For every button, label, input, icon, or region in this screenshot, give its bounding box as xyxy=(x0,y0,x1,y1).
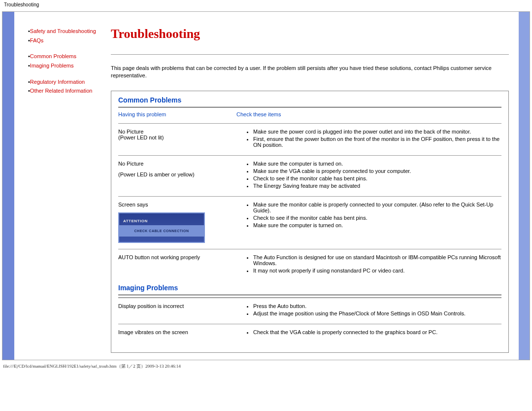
intro-text: This page deals with problems that can b… xyxy=(111,65,509,80)
common-problems-box: Common Problems Having this problem Chec… xyxy=(111,91,509,353)
sidebar-item-imaging[interactable]: •Imaging Problems xyxy=(28,61,107,70)
col-header-checks: Check these items xyxy=(236,111,501,117)
check-item: Press the Auto button. xyxy=(253,303,501,309)
check-item: Check to see if the monitor cable has be… xyxy=(253,215,501,221)
checks-cell: Make sure the computer is turned on. Mak… xyxy=(236,161,501,190)
sidebar-group-2: •Common Problems •Imaging Problems xyxy=(28,52,107,70)
check-item: Check that the VGA cable is properly con… xyxy=(253,329,501,335)
col-header-problem: Having this problem xyxy=(118,111,236,117)
sidebar-item-faqs[interactable]: •FAQs xyxy=(28,36,107,45)
checks-cell: The Auto Function is designed for use on… xyxy=(236,254,501,275)
main-content: Troubleshooting This page deals with pro… xyxy=(111,27,519,360)
sidebar-item-regulatory[interactable]: •Regulatory Information xyxy=(28,77,107,87)
sidebar-group-1: •Safety and Troubleshooting •FAQs xyxy=(28,27,107,45)
attention-label: ATTENTION xyxy=(119,219,204,225)
common-rule xyxy=(118,107,501,107)
check-item: First, ensure that the power button on t… xyxy=(253,136,501,148)
sidebar-item-common[interactable]: •Common Problems xyxy=(28,52,107,61)
common-heading: Common Problems xyxy=(118,96,501,104)
table-row: No Picture (Power LED is amber or yellow… xyxy=(118,155,501,196)
spacer xyxy=(118,167,236,171)
checks-cell: Make sure the power cord is plugged into… xyxy=(236,129,501,149)
table-header-row: Having this problem Check these items xyxy=(118,109,501,123)
imaging-heading: Imaging Problems xyxy=(118,284,501,292)
problem-cell: Display position is incorrect xyxy=(118,303,236,318)
problem-cell: No Picture (Power LED is amber or yellow… xyxy=(118,161,236,190)
check-item: Make sure the computer is turned on. xyxy=(253,222,501,228)
table-row: No Picture (Power LED not lit) Make sure… xyxy=(118,123,501,155)
sidebar-item-other[interactable]: •Other Related Information xyxy=(28,86,107,96)
check-item: Make sure the monitor cable is properly … xyxy=(253,202,501,213)
problem-cell: Image vibrates on the screen xyxy=(118,329,236,337)
table-row: Image vibrates on the screen Check that … xyxy=(118,324,501,342)
problem-line: AUTO button not working properly xyxy=(118,254,236,260)
check-item: It may not work properly if using nonsta… xyxy=(253,268,501,274)
check-item: Check to see if the monitor cable has be… xyxy=(253,175,501,181)
check-item: Adjust the image position using the Phas… xyxy=(253,310,501,316)
problem-line: Image vibrates on the screen xyxy=(118,329,236,335)
sidebar-item-safety[interactable]: •Safety and Troubleshooting xyxy=(28,27,107,36)
checks-cell: Press the Auto button. Adjust the image … xyxy=(236,303,501,318)
table-row: Display position is incorrect Press the … xyxy=(118,298,501,324)
content-area: •Safety and Troubleshooting •FAQs •Commo… xyxy=(14,12,519,360)
browser-tab-title: Troubleshooting xyxy=(0,0,532,9)
title-rule xyxy=(111,54,509,55)
problem-cell: AUTO button not working properly xyxy=(118,254,236,275)
sidebar-nav: •Safety and Troubleshooting •FAQs •Commo… xyxy=(28,27,111,360)
table-row: AUTO button not working properly The Aut… xyxy=(118,249,501,281)
imaging-rule xyxy=(118,295,501,295)
problem-line: Display position is incorrect xyxy=(118,303,236,309)
problem-line: (Power LED not lit) xyxy=(118,135,236,140)
table-row: Screen says ATTENTION CHECK CABLE CONNEC… xyxy=(118,196,501,249)
page-frame: •Safety and Troubleshooting •FAQs •Commo… xyxy=(2,11,530,360)
check-item: Make sure the computer is turned on. xyxy=(253,161,501,167)
checks-cell: Make sure the monitor cable is properly … xyxy=(236,202,501,243)
checks-cell: Check that the VGA cable is properly con… xyxy=(236,329,501,337)
check-item: The Auto Function is designed for use on… xyxy=(253,254,501,266)
check-item: Make sure the VGA cable is properly conn… xyxy=(253,168,501,174)
problem-line: No Picture xyxy=(118,129,236,135)
footer-file-path: file:///E|/CD/lcd/manual/ENGLISH/192E1/s… xyxy=(0,362,532,371)
problem-line: Screen says xyxy=(118,202,236,207)
attention-graphic: ATTENTION CHECK CABLE CONNECTION xyxy=(118,212,205,243)
left-accent-stripe xyxy=(2,12,14,360)
attention-message: CHECK CABLE CONNECTION xyxy=(119,225,204,237)
problem-line: (Power LED is amber or yellow) xyxy=(118,171,236,177)
page-title: Troubleshooting xyxy=(111,27,509,41)
problem-cell: Screen says ATTENTION CHECK CABLE CONNEC… xyxy=(118,202,236,243)
check-item: The Energy Saving feature may be activat… xyxy=(253,183,501,189)
problem-line: No Picture xyxy=(118,161,236,167)
check-item: Make sure the power cord is plugged into… xyxy=(253,129,501,135)
problem-cell: No Picture (Power LED not lit) xyxy=(118,129,236,149)
right-accent-stripe xyxy=(519,12,530,360)
sidebar-group-3: •Regulatory Information •Other Related I… xyxy=(28,77,107,96)
